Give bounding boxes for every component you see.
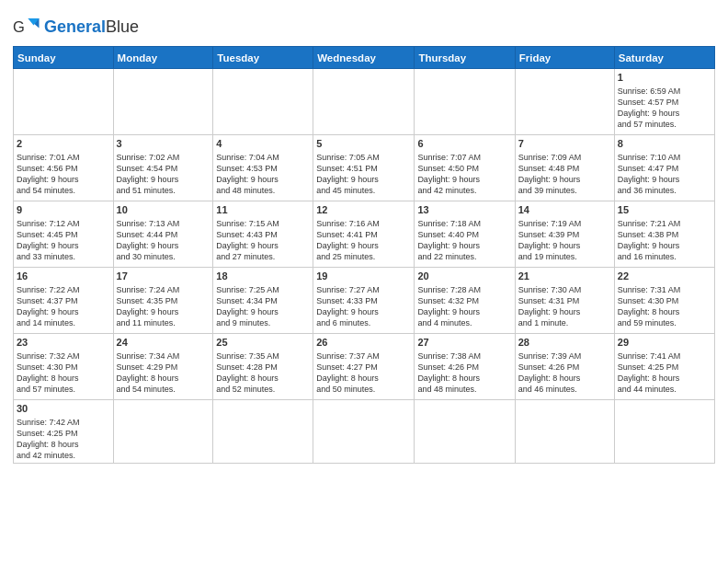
day-number: 3 <box>117 137 210 151</box>
calendar-cell: 6Sunrise: 7:07 AM Sunset: 4:50 PM Daylig… <box>415 135 515 201</box>
day-number: 12 <box>316 203 411 217</box>
calendar-week-2: 2Sunrise: 7:01 AM Sunset: 4:56 PM Daylig… <box>14 135 715 201</box>
col-header-tuesday: Tuesday <box>213 47 313 69</box>
day-number: 24 <box>117 336 210 350</box>
calendar-cell: 18Sunrise: 7:25 AM Sunset: 4:34 PM Dayli… <box>213 268 313 334</box>
day-info: Sunrise: 7:13 AM Sunset: 4:44 PM Dayligh… <box>117 218 210 263</box>
day-info: Sunrise: 7:30 AM Sunset: 4:31 PM Dayligh… <box>518 284 611 329</box>
day-number: 8 <box>618 137 711 151</box>
col-header-sunday: Sunday <box>14 47 114 69</box>
calendar-cell <box>213 400 313 464</box>
calendar-cell: 26Sunrise: 7:37 AM Sunset: 4:27 PM Dayli… <box>313 334 415 400</box>
day-info: Sunrise: 7:34 AM Sunset: 4:29 PM Dayligh… <box>117 350 210 396</box>
day-info: Sunrise: 7:04 AM Sunset: 4:53 PM Dayligh… <box>216 152 310 197</box>
day-info: Sunrise: 7:15 AM Sunset: 4:43 PM Dayligh… <box>216 218 310 263</box>
calendar-cell <box>113 69 213 135</box>
col-header-monday: Monday <box>113 47 213 69</box>
day-info: Sunrise: 7:05 AM Sunset: 4:51 PM Dayligh… <box>316 152 411 197</box>
col-header-friday: Friday <box>515 47 614 69</box>
day-info: Sunrise: 7:10 AM Sunset: 4:47 PM Dayligh… <box>618 152 711 197</box>
day-info: Sunrise: 7:32 AM Sunset: 4:30 PM Dayligh… <box>17 350 110 396</box>
day-number: 2 <box>17 137 110 151</box>
day-number: 28 <box>518 336 611 350</box>
day-number: 7 <box>518 137 611 151</box>
day-info: Sunrise: 7:42 AM Sunset: 4:25 PM Dayligh… <box>17 417 110 462</box>
day-info: Sunrise: 7:25 AM Sunset: 4:34 PM Dayligh… <box>216 284 310 329</box>
calendar-cell <box>415 69 515 135</box>
calendar-cell: 9Sunrise: 7:12 AM Sunset: 4:45 PM Daylig… <box>14 201 114 268</box>
calendar-cell: 30Sunrise: 7:42 AM Sunset: 4:25 PM Dayli… <box>14 400 114 464</box>
day-number: 13 <box>417 203 511 217</box>
calendar-cell: 20Sunrise: 7:28 AM Sunset: 4:32 PM Dayli… <box>415 268 515 334</box>
calendar-cell: 1Sunrise: 6:59 AM Sunset: 4:57 PM Daylig… <box>614 69 714 135</box>
calendar-week-4: 16Sunrise: 7:22 AM Sunset: 4:37 PM Dayli… <box>14 268 715 334</box>
calendar-week-1: 1Sunrise: 6:59 AM Sunset: 4:57 PM Daylig… <box>14 69 715 135</box>
day-info: Sunrise: 7:27 AM Sunset: 4:33 PM Dayligh… <box>316 284 411 329</box>
calendar-cell: 25Sunrise: 7:35 AM Sunset: 4:28 PM Dayli… <box>213 334 313 400</box>
calendar-cell: 10Sunrise: 7:13 AM Sunset: 4:44 PM Dayli… <box>113 201 213 268</box>
calendar-cell: 14Sunrise: 7:19 AM Sunset: 4:39 PM Dayli… <box>515 201 614 268</box>
calendar-cell <box>515 400 614 464</box>
day-info: Sunrise: 7:21 AM Sunset: 4:38 PM Dayligh… <box>618 218 711 263</box>
day-info: Sunrise: 7:18 AM Sunset: 4:40 PM Dayligh… <box>417 218 511 263</box>
calendar-cell <box>213 69 313 135</box>
day-number: 21 <box>518 270 611 283</box>
calendar-cell: 22Sunrise: 7:31 AM Sunset: 4:30 PM Dayli… <box>614 268 714 334</box>
day-number: 17 <box>117 270 210 283</box>
day-info: Sunrise: 7:12 AM Sunset: 4:45 PM Dayligh… <box>17 218 110 263</box>
calendar-cell <box>113 400 213 464</box>
calendar-header-row: SundayMondayTuesdayWednesdayThursdayFrid… <box>14 47 715 69</box>
day-info: Sunrise: 7:39 AM Sunset: 4:26 PM Dayligh… <box>518 350 611 396</box>
day-number: 23 <box>17 336 110 350</box>
calendar-cell: 2Sunrise: 7:01 AM Sunset: 4:56 PM Daylig… <box>14 135 114 201</box>
calendar-cell <box>614 400 714 464</box>
logo: G GeneralBlue <box>13 13 139 40</box>
col-header-wednesday: Wednesday <box>313 47 415 69</box>
calendar-cell: 28Sunrise: 7:39 AM Sunset: 4:26 PM Dayli… <box>515 334 614 400</box>
calendar-cell: 27Sunrise: 7:38 AM Sunset: 4:26 PM Dayli… <box>415 334 515 400</box>
day-number: 15 <box>618 203 711 217</box>
col-header-saturday: Saturday <box>614 47 714 69</box>
day-number: 30 <box>17 402 110 416</box>
calendar-cell <box>313 400 415 464</box>
day-info: Sunrise: 6:59 AM Sunset: 4:57 PM Dayligh… <box>618 86 711 131</box>
day-info: Sunrise: 7:16 AM Sunset: 4:41 PM Dayligh… <box>316 218 411 263</box>
svg-text:G: G <box>13 18 25 35</box>
calendar-cell <box>313 69 415 135</box>
calendar-week-5: 23Sunrise: 7:32 AM Sunset: 4:30 PM Dayli… <box>14 334 715 400</box>
day-number: 1 <box>618 71 711 85</box>
calendar-cell: 3Sunrise: 7:02 AM Sunset: 4:54 PM Daylig… <box>113 135 213 201</box>
calendar-cell: 12Sunrise: 7:16 AM Sunset: 4:41 PM Dayli… <box>313 201 415 268</box>
calendar-cell <box>14 69 114 135</box>
day-number: 18 <box>216 270 310 283</box>
calendar-cell: 5Sunrise: 7:05 AM Sunset: 4:51 PM Daylig… <box>313 135 415 201</box>
day-info: Sunrise: 7:41 AM Sunset: 4:25 PM Dayligh… <box>618 350 711 396</box>
day-number: 25 <box>216 336 310 350</box>
day-number: 27 <box>417 336 511 350</box>
day-number: 20 <box>417 270 511 283</box>
calendar-cell: 8Sunrise: 7:10 AM Sunset: 4:47 PM Daylig… <box>614 135 714 201</box>
page: G GeneralBlue SundayMondayTuesdayWednesd… <box>0 0 728 563</box>
day-number: 11 <box>216 203 310 217</box>
calendar-cell: 13Sunrise: 7:18 AM Sunset: 4:40 PM Dayli… <box>415 201 515 268</box>
day-info: Sunrise: 7:37 AM Sunset: 4:27 PM Dayligh… <box>316 350 411 396</box>
calendar-week-6: 30Sunrise: 7:42 AM Sunset: 4:25 PM Dayli… <box>14 400 715 464</box>
day-info: Sunrise: 7:24 AM Sunset: 4:35 PM Dayligh… <box>117 284 210 329</box>
day-info: Sunrise: 7:01 AM Sunset: 4:56 PM Dayligh… <box>17 152 110 197</box>
day-number: 19 <box>316 270 411 283</box>
calendar-table: SundayMondayTuesdayWednesdayThursdayFrid… <box>13 46 715 464</box>
day-number: 5 <box>316 137 411 151</box>
calendar-cell: 4Sunrise: 7:04 AM Sunset: 4:53 PM Daylig… <box>213 135 313 201</box>
calendar-cell <box>415 400 515 464</box>
calendar-week-3: 9Sunrise: 7:12 AM Sunset: 4:45 PM Daylig… <box>14 201 715 268</box>
header: G GeneralBlue <box>13 9 715 40</box>
day-number: 9 <box>17 203 110 217</box>
calendar-cell <box>515 69 614 135</box>
day-info: Sunrise: 7:28 AM Sunset: 4:32 PM Dayligh… <box>417 284 511 329</box>
calendar-cell: 24Sunrise: 7:34 AM Sunset: 4:29 PM Dayli… <box>113 334 213 400</box>
day-number: 16 <box>17 270 110 283</box>
day-number: 26 <box>316 336 411 350</box>
col-header-thursday: Thursday <box>415 47 515 69</box>
calendar-cell: 19Sunrise: 7:27 AM Sunset: 4:33 PM Dayli… <box>313 268 415 334</box>
calendar-cell: 21Sunrise: 7:30 AM Sunset: 4:31 PM Dayli… <box>515 268 614 334</box>
